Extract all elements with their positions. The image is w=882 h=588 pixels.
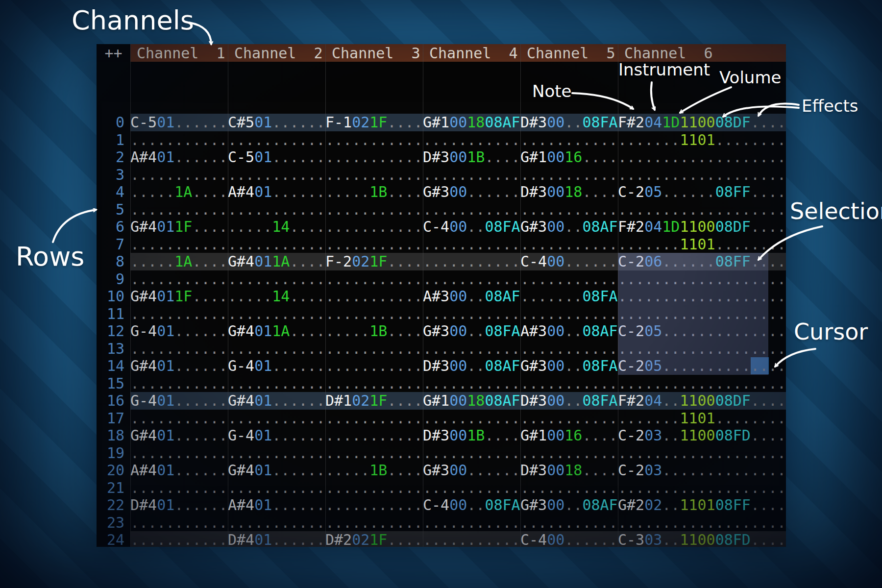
pattern-cell[interactable]: .....1A.... — [130, 183, 228, 201]
pattern-cell[interactable]: .....14.... — [228, 218, 325, 236]
pattern-cell[interactable]: G#401...... — [228, 392, 325, 410]
channel-header-5[interactable]: Channel 5 — [520, 44, 618, 62]
pattern-cell[interactable]: G#401...... — [228, 462, 325, 479]
pattern-cell[interactable]: ........... — [228, 375, 325, 392]
pattern-cell[interactable]: ........... — [423, 375, 520, 392]
pattern-cell[interactable]: ........... — [228, 514, 325, 532]
pattern-cell[interactable]: D#3001B.... — [423, 148, 520, 166]
pattern-cell[interactable]: ........... — [130, 531, 228, 547]
pattern-cell[interactable]: G-401...... — [130, 322, 228, 340]
pattern-cell[interactable]: ........... — [325, 236, 423, 253]
pattern-cell[interactable]: ........... — [325, 166, 423, 184]
pattern-cell[interactable]: ........... — [325, 201, 423, 219]
pattern-cell[interactable]: ........... — [423, 166, 520, 184]
pattern-cell[interactable]: F#2041D110008DF.... — [618, 218, 786, 236]
pattern-cell[interactable]: D#1021F.... — [325, 392, 423, 410]
pattern-cell[interactable]: ................... — [618, 479, 786, 497]
pattern-cell[interactable]: ........... — [325, 496, 423, 514]
pattern-cell[interactable]: C-205......08FF.... — [618, 183, 786, 201]
pattern-cell[interactable]: ........... — [228, 166, 325, 184]
pattern-cell[interactable]: ........... — [520, 166, 618, 184]
pattern-cell[interactable]: ........... — [325, 305, 423, 323]
pattern-cell[interactable]: ........... — [228, 410, 325, 427]
pattern-cell[interactable]: ........... — [325, 218, 423, 236]
pattern-cell[interactable]: C-400..08FA — [423, 496, 520, 514]
pattern-cell[interactable]: ........... — [520, 479, 618, 497]
channel-header-2[interactable]: Channel 2 — [228, 44, 325, 62]
pattern-cell[interactable]: ................... — [618, 375, 786, 392]
pattern-cell[interactable]: ................... — [618, 201, 786, 219]
pattern-cell[interactable]: ........... — [130, 236, 228, 253]
pattern-cell[interactable]: ........... — [520, 444, 618, 462]
pattern-cell[interactable]: ........... — [520, 131, 618, 149]
pattern-cell[interactable]: ........... — [423, 305, 520, 323]
pattern-cell[interactable]: F-1021F.... — [325, 114, 423, 131]
pattern-cell[interactable]: ........... — [325, 410, 423, 427]
add-channel-button[interactable]: ++ — [97, 44, 130, 62]
pattern-cell[interactable]: ........... — [325, 288, 423, 305]
pattern-cell[interactable]: C-400..08FA — [423, 218, 520, 236]
pattern-cell[interactable]: A#300..08AF — [423, 288, 520, 305]
pattern-cell[interactable]: D#401...... — [228, 531, 325, 547]
pattern-cell[interactable]: .....1B.... — [325, 183, 423, 201]
pattern-cell[interactable]: .......1101........ — [618, 236, 786, 253]
pattern-cell[interactable]: ........... — [228, 305, 325, 323]
pattern-cell[interactable]: G#300...... — [423, 462, 520, 479]
pattern-cell[interactable]: C-400...... — [520, 531, 618, 547]
pattern-cell[interactable]: ........... — [325, 131, 423, 149]
channel-header-3[interactable]: Channel 3 — [325, 44, 423, 62]
pattern-cell[interactable]: ........... — [423, 410, 520, 427]
pattern-cell[interactable]: ........... — [325, 270, 423, 288]
pattern-cell[interactable]: ........... — [228, 340, 325, 358]
pattern-cell[interactable]: D#300..08AF — [423, 357, 520, 375]
pattern-cell[interactable]: ........... — [423, 236, 520, 253]
pattern-cell[interactable]: A#401...... — [228, 496, 325, 514]
pattern-cell[interactable]: ........... — [325, 514, 423, 532]
pattern-cell[interactable]: ........... — [520, 270, 618, 288]
pattern-cell[interactable]: ................... — [618, 444, 786, 462]
pattern-cell[interactable]: C#501...... — [228, 114, 325, 131]
pattern-cell[interactable]: ........... — [130, 340, 228, 358]
pattern-cell[interactable]: ........... — [520, 514, 618, 532]
pattern-cell[interactable]: .....1A.... — [130, 253, 228, 270]
pattern-cell[interactable]: C-400...... — [520, 253, 618, 270]
pattern-cell[interactable]: ........... — [228, 131, 325, 149]
pattern-cell[interactable]: D#300..08FA — [520, 114, 618, 131]
pattern-cell[interactable]: ........... — [325, 444, 423, 462]
pattern-cell[interactable]: .......08FA — [520, 288, 618, 305]
pattern-cell[interactable]: ........... — [228, 479, 325, 497]
pattern-cell[interactable]: G#4011F.... — [130, 288, 228, 305]
pattern-cell[interactable]: .......1101........ — [618, 410, 786, 427]
pattern-cell[interactable]: A#401...... — [130, 462, 228, 479]
pattern-cell[interactable]: D#401...... — [130, 496, 228, 514]
pattern-cell[interactable]: C-203..110008FD.... — [618, 427, 786, 444]
pattern-cell[interactable]: G#202..110108FF.... — [618, 496, 786, 514]
pattern-cell[interactable]: ........... — [130, 166, 228, 184]
pattern-cell[interactable]: G#300...... — [423, 183, 520, 201]
pattern-cell[interactable]: ........... — [228, 444, 325, 462]
pattern-cell[interactable]: ........... — [520, 410, 618, 427]
pattern-cell[interactable]: ........... — [423, 340, 520, 358]
pattern-cell[interactable]: .....1B.... — [325, 462, 423, 479]
pattern-cell[interactable]: ........... — [325, 357, 423, 375]
pattern-cell[interactable]: ........... — [130, 201, 228, 219]
pattern-cell[interactable]: G-401...... — [228, 427, 325, 444]
pattern-cell[interactable]: ........... — [130, 375, 228, 392]
pattern-cell[interactable]: ........... — [520, 340, 618, 358]
pattern-cell[interactable]: .......1101........ — [618, 131, 786, 149]
pattern-cell[interactable]: ........... — [423, 531, 520, 547]
pattern-cell[interactable]: G-401...... — [228, 357, 325, 375]
pattern-cell[interactable]: ........... — [520, 305, 618, 323]
pattern-cell[interactable]: A#300..08AF — [520, 322, 618, 340]
pattern-cell[interactable]: G#4011A.... — [228, 253, 325, 270]
pattern-cell[interactable]: ........... — [130, 479, 228, 497]
pattern-cell[interactable]: G#10016.... — [520, 427, 618, 444]
pattern-cell[interactable]: ........... — [423, 201, 520, 219]
pattern-cell[interactable]: ........... — [423, 270, 520, 288]
pattern-cell[interactable]: ........... — [325, 340, 423, 358]
pattern-cell[interactable]: C-501...... — [228, 148, 325, 166]
pattern-cell[interactable]: F#2041D110008DF.... — [618, 114, 786, 131]
pattern-cell[interactable]: ........... — [130, 305, 228, 323]
pattern-cell[interactable]: ................... — [618, 514, 786, 532]
pattern-cell[interactable]: ........... — [130, 270, 228, 288]
